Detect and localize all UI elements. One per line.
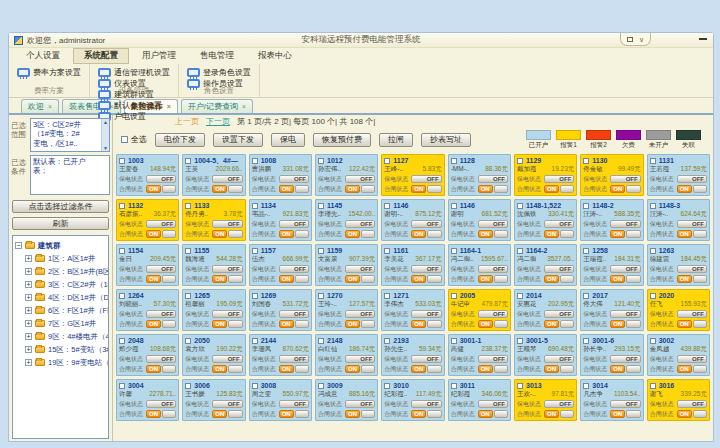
- protect-off-toggle[interactable]: OFF: [544, 310, 574, 318]
- meter-card[interactable]: 1265 祖馨丽 195.09元 保电状态 OFF 合闸状态: [182, 289, 245, 331]
- switch-on-toggle[interactable]: ON: [345, 275, 375, 283]
- meter-card[interactable]: 3013 王欢-.. 97.81元 保电状态 OFF 合闸状态: [514, 379, 577, 421]
- protect-off-toggle[interactable]: OFF: [212, 265, 242, 273]
- protect-off-toggle[interactable]: OFF: [677, 400, 707, 408]
- switch-on-toggle[interactable]: ON: [345, 230, 375, 238]
- menu-tab[interactable]: 系统配置: [73, 48, 129, 64]
- meter-card[interactable]: 2048 郑少霞 108.68元 保电状态 OFF 合闸状态: [116, 334, 179, 376]
- tree-node[interactable]: + 15区：5#变站（3#变..: [15, 343, 106, 356]
- meter-card[interactable]: 1148-1,522 沈佩铁 330.41元 保电状态 OFF 合闸状态: [514, 199, 577, 241]
- close-icon[interactable]: ×: [48, 103, 52, 110]
- meter-card[interactable]: 1146 谢明-.. 875.12元 保电状态 OFF 合闸状态: [381, 199, 444, 241]
- protect-off-toggle[interactable]: OFF: [677, 220, 707, 228]
- switch-on-toggle[interactable]: ON: [146, 185, 176, 193]
- meter-card[interactable]: 1148-2 汪涛-.. 588.35元 保电状态 OFF 合闸状态: [580, 199, 643, 241]
- meter-card[interactable]: 2193 孙先生.. 59.34元 保电状态 OFF 合闸状态: [381, 334, 444, 376]
- document-tab[interactable]: 开户/记费查询 ×: [181, 99, 253, 113]
- card-checkbox[interactable]: [650, 248, 656, 254]
- toolbar-button[interactable]: 拉闸: [379, 133, 413, 147]
- meter-card[interactable]: 1157 伍杰 666.99元 保电状态 OFF 合闸状态: [249, 244, 312, 286]
- protect-off-toggle[interactable]: OFF: [345, 310, 375, 318]
- protect-off-toggle[interactable]: OFF: [279, 220, 309, 228]
- switch-on-toggle[interactable]: ON: [478, 320, 508, 328]
- protect-off-toggle[interactable]: OFF: [677, 265, 707, 273]
- protect-off-toggle[interactable]: OFF: [146, 310, 176, 318]
- card-checkbox[interactable]: [252, 248, 258, 254]
- tree-node[interactable]: + 2区：B区1#井(B区1#..: [15, 265, 106, 278]
- card-checkbox[interactable]: [252, 383, 258, 389]
- expand-icon[interactable]: +: [25, 268, 32, 275]
- ribbon-button[interactable]: 登录角色设置: [187, 67, 251, 78]
- meter-card[interactable]: 1004-5、4#— 王英 2029.66.. 保电状态 OFF 合闸状态: [182, 154, 245, 196]
- toolbar-button[interactable]: 抄表写址: [421, 133, 471, 147]
- meter-card[interactable]: 1008 曹洪鹏 331.08元 保电状态 OFF 合闸状态: [249, 154, 312, 196]
- switch-on-toggle[interactable]: ON: [610, 275, 640, 283]
- card-checkbox[interactable]: [384, 203, 390, 209]
- protect-off-toggle[interactable]: OFF: [677, 310, 707, 318]
- card-checkbox[interactable]: [119, 383, 125, 389]
- card-checkbox[interactable]: [252, 293, 258, 299]
- card-checkbox[interactable]: [252, 158, 258, 164]
- document-tab[interactable]: 欢迎 ×: [21, 99, 59, 113]
- switch-on-toggle[interactable]: ON: [345, 185, 375, 193]
- meter-card[interactable]: 2014 安惠花 202.95元 保电状态 OFF 合闸状态: [514, 289, 577, 331]
- card-checkbox[interactable]: [252, 203, 258, 209]
- switch-on-toggle[interactable]: ON: [279, 230, 309, 238]
- meter-card[interactable]: 1148-3 汪涛-.. 624.64元 保电状态 OFF 合闸状态: [647, 199, 710, 241]
- card-checkbox[interactable]: [185, 293, 191, 299]
- switch-on-toggle[interactable]: ON: [411, 365, 441, 373]
- switch-on-toggle[interactable]: ON: [279, 365, 309, 373]
- switch-on-toggle[interactable]: ON: [345, 410, 375, 418]
- protect-off-toggle[interactable]: OFF: [544, 400, 574, 408]
- switch-on-toggle[interactable]: ON: [544, 185, 574, 193]
- switch-on-toggle[interactable]: ON: [345, 320, 375, 328]
- meter-card[interactable]: 1159 文富泉 907.39元 保电状态 OFF 合闸状态: [315, 244, 378, 286]
- card-checkbox[interactable]: [451, 383, 457, 389]
- refresh-button[interactable]: 刷新: [12, 217, 109, 230]
- card-checkbox[interactable]: [583, 158, 589, 164]
- minimize-icon[interactable]: [699, 38, 707, 40]
- meter-card[interactable]: 3011 纪彩霞 346.06元 保电状态 OFF 合闸状态: [448, 379, 511, 421]
- card-checkbox[interactable]: [185, 158, 191, 164]
- protect-off-toggle[interactable]: OFF: [478, 400, 508, 408]
- protect-off-toggle[interactable]: OFF: [212, 400, 242, 408]
- prev-page-link[interactable]: 上一页: [175, 116, 199, 127]
- card-checkbox[interactable]: [384, 158, 390, 164]
- card-checkbox[interactable]: [119, 338, 125, 344]
- switch-on-toggle[interactable]: ON: [677, 365, 707, 373]
- meter-card[interactable]: 1258 王瑞霞.. 184.31元 保电状态 OFF 合闸状态: [580, 244, 643, 286]
- scroll-down-icon[interactable]: ▼: [103, 145, 108, 151]
- choose-filter-button[interactable]: 点击选择过滤条件: [12, 200, 109, 213]
- meter-card[interactable]: 1145 李瑾先.. 1542.00.. 保电状态 OFF 合闸状态: [315, 199, 378, 241]
- meter-card[interactable]: 2144 李珊凤 870.62元 保电状态 OFF 合闸状态: [249, 334, 312, 376]
- protect-off-toggle[interactable]: OFF: [411, 265, 441, 273]
- listbox-scrollbar[interactable]: ▲ ▼: [101, 119, 109, 151]
- protect-off-toggle[interactable]: OFF: [544, 220, 574, 228]
- toolbar-button[interactable]: 恢复预付费: [313, 133, 371, 147]
- card-checkbox[interactable]: [384, 293, 390, 299]
- close-icon[interactable]: ×: [242, 103, 246, 110]
- switch-on-toggle[interactable]: ON: [411, 410, 441, 418]
- protect-off-toggle[interactable]: OFF: [212, 220, 242, 228]
- switch-on-toggle[interactable]: ON: [544, 410, 574, 418]
- card-checkbox[interactable]: [318, 338, 324, 344]
- card-checkbox[interactable]: [583, 293, 589, 299]
- meter-card[interactable]: 3002 金凤越 439.88元 保电状态 OFF 合闸状态: [647, 334, 710, 376]
- meter-card[interactable]: 1164-1 冯二御.. 1595.67.. 保电状态 OFF 合闸状态: [448, 244, 511, 286]
- meter-card[interactable]: 1134 韦品-.. 921.83元 保电状态 OFF 合闸状态: [249, 199, 312, 241]
- meter-card[interactable]: 1161 李美花 367.17元 保电状态 OFF 合闸状态: [381, 244, 444, 286]
- expand-icon[interactable]: +: [25, 281, 32, 288]
- tree-root[interactable]: − 建筑群: [15, 239, 106, 252]
- protect-off-toggle[interactable]: OFF: [478, 310, 508, 318]
- meter-card[interactable]: 3016 谢飞 339.25元 保电状态 OFF 合闸状态: [647, 379, 710, 421]
- card-checkbox[interactable]: [384, 338, 390, 344]
- card-checkbox[interactable]: [119, 203, 125, 209]
- switch-on-toggle[interactable]: ON: [212, 320, 242, 328]
- switch-on-toggle[interactable]: ON: [212, 230, 242, 238]
- card-checkbox[interactable]: [318, 158, 324, 164]
- toolbar-button[interactable]: 电价下发: [155, 133, 205, 147]
- expand-icon[interactable]: +: [25, 255, 32, 262]
- protect-off-toggle[interactable]: OFF: [478, 355, 508, 363]
- card-checkbox[interactable]: [517, 248, 523, 254]
- card-checkbox[interactable]: [119, 248, 125, 254]
